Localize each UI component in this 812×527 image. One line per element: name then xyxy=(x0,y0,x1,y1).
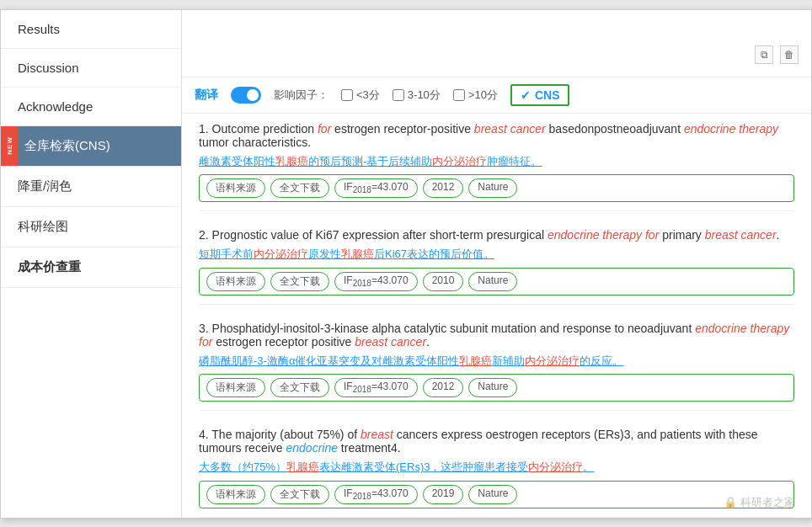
endocrine-therapy-2: endocrine therapy for xyxy=(548,228,659,242)
result-number-1: 1. Outcome prediction for estrogen recep… xyxy=(199,122,794,149)
result-tags-1: 语料来源 全文下载 IF2018=43.070 2012 Nature xyxy=(199,174,794,202)
sidebar-item-results[interactable]: Results xyxy=(1,10,181,49)
result-number-4: 4. The majority (about 75%) of breast ca… xyxy=(199,428,794,455)
tag-if-3: IF2018=43.070 xyxy=(334,378,418,397)
filter-3to10-label: 3-10分 xyxy=(408,88,441,103)
if-label: 影响因子： xyxy=(274,88,329,103)
sidebar-item-label: Results xyxy=(18,22,60,36)
checkbox-3to10[interactable] xyxy=(393,89,404,101)
cns-filter-box[interactable]: ✔ CNS xyxy=(510,84,570,106)
new-badge-text: NEW xyxy=(6,136,13,155)
cn-text-2b: 原发性 xyxy=(308,248,341,260)
toggle-slider xyxy=(231,87,261,104)
result-title-3: Phosphatidyl-inositol-3-kinase alpha cat… xyxy=(199,322,789,349)
cn-red-3b: 内分泌治疗 xyxy=(525,354,580,367)
sidebar-item-label: 成本价查重 xyxy=(18,259,81,274)
sidebar-item-label: 科研绘图 xyxy=(18,219,68,233)
result-num-2: 2. xyxy=(199,228,212,242)
filter-3to10[interactable]: 3-10分 xyxy=(393,88,441,103)
cn-red-2b: 乳腺癌 xyxy=(341,248,374,260)
cn-text-2a: 短期手术前 xyxy=(199,248,254,260)
sidebar-item-label: Acknowledge xyxy=(18,99,93,114)
tag-nature-2: Nature xyxy=(468,272,517,291)
result-num-3: 3. xyxy=(199,322,212,335)
result-item-2: 2. Prognostic value of Ki67 expression a… xyxy=(199,228,794,305)
sidebar-item-label: Discussion xyxy=(18,61,79,75)
checkbox-gt10[interactable] xyxy=(453,89,465,101)
filter-gt10[interactable]: >10分 xyxy=(453,88,498,103)
endocrine-4: endocrine xyxy=(286,441,338,455)
tag-download-1[interactable]: 全文下载 xyxy=(270,178,329,198)
endocrine-therapy-3: endocrine therapy for xyxy=(199,322,789,349)
cn-text-1b: 的预后预测-基于后续辅助 xyxy=(308,155,432,168)
new-badge: NEW xyxy=(1,126,18,166)
cns-checkmark: ✔ xyxy=(521,88,531,102)
cn-text-1a: 雌激素受体阳性 xyxy=(199,155,275,168)
translate-label: 翻译 xyxy=(195,88,218,103)
tag-source-2[interactable]: 语料来源 xyxy=(206,272,265,291)
sidebar-item-recolor[interactable]: 降重/润色 xyxy=(1,167,181,207)
tag-nature-3: Nature xyxy=(468,378,517,397)
filter-gt10-label: >10分 xyxy=(468,88,498,103)
breast-cancer-1: breast cancer xyxy=(474,122,546,136)
result-title-1: Outcome prediction for estrogen receptor… xyxy=(199,122,778,149)
cns-label: CNS xyxy=(535,88,560,102)
result-item-4: 4. The majority (about 75%) of breast ca… xyxy=(199,428,794,518)
tag-download-2[interactable]: 全文下载 xyxy=(270,272,329,291)
breast-cancer-3: breast cancer xyxy=(355,335,426,349)
copy-icon[interactable]: ⧉ xyxy=(755,45,773,64)
tag-year-3: 2012 xyxy=(423,378,464,397)
sidebar-item-acknowledge[interactable]: Acknowledge xyxy=(1,88,181,126)
result-num-4: 4. xyxy=(199,428,211,441)
cn-text-3b: 新辅助 xyxy=(492,354,525,367)
sidebar-item-research-chart[interactable]: 科研绘图 xyxy=(1,207,181,248)
cn-text-3c: 的反应。 xyxy=(580,354,623,367)
tag-source-4[interactable]: 语料来源 xyxy=(206,485,265,504)
tag-if-4: IF2018=43.070 xyxy=(334,485,418,504)
tag-year-4: 2019 xyxy=(423,485,464,504)
search-area: ⧉ 🗑 xyxy=(182,10,811,77)
breast-4: breast xyxy=(361,428,393,441)
cn-red-1b: 内分泌治疗 xyxy=(432,155,487,168)
sidebar-item-discussion[interactable]: Discussion xyxy=(1,49,181,88)
tag-nature-4: Nature xyxy=(468,485,517,504)
checkbox-lt3[interactable] xyxy=(341,89,353,101)
cn-text-4a: 大多数（约75%） xyxy=(199,460,286,473)
tag-if-2: IF2018=43.070 xyxy=(334,272,418,291)
result-item-1: 1. Outcome prediction for estrogen recep… xyxy=(199,122,794,212)
result-cn-3: 磷脂酰肌醇-3-激酶α催化亚基突变及对雌激素受体阳性乳腺癌新辅助内分泌治疗的反应… xyxy=(199,353,794,370)
tag-source-1[interactable]: 语料来源 xyxy=(206,178,265,198)
sidebar: Results Discussion Acknowledge NEW 全库检索(… xyxy=(1,10,182,518)
tag-year-2: 2010 xyxy=(423,272,464,291)
endocrine-therapy-1: endocrine therapy xyxy=(684,122,778,136)
main-content: ⧉ 🗑 翻译 影响因子： <3分 3-10分 >10分 xyxy=(182,10,811,518)
filter-lt3[interactable]: <3分 xyxy=(341,88,380,103)
tag-year-1: 2012 xyxy=(423,178,464,198)
sidebar-item-label: 全库检索(CNS) xyxy=(24,138,110,152)
result-tags-2: 语料来源 全文下载 IF2018=43.070 2010 Nature xyxy=(199,268,794,295)
search-input-row: ⧉ 🗑 xyxy=(195,45,799,68)
tag-download-4[interactable]: 全文下载 xyxy=(270,485,329,504)
result-cn-1: 雌激素受体阳性乳腺癌的预后预测-基于后续辅助内分泌治疗肿瘤特征。 xyxy=(199,153,794,170)
cn-red-1a: 乳腺癌 xyxy=(275,155,308,168)
tag-source-3[interactable]: 语料来源 xyxy=(206,378,265,397)
cn-red-3a: 乳腺癌 xyxy=(459,354,492,367)
filter-lt3-label: <3分 xyxy=(356,88,380,103)
cn-text-4b: 表达雌激素受体(ERs)3，这些肿瘤患者接受 xyxy=(319,460,528,473)
cn-text-4c: 。 xyxy=(583,460,594,473)
result-tags-4: 语料来源 全文下载 IF2018=43.070 2019 Nature xyxy=(199,481,794,508)
results-list: 1. Outcome prediction for estrogen recep… xyxy=(182,114,811,518)
result-tags-3: 语料来源 全文下载 IF2018=43.070 2012 Nature xyxy=(199,374,794,402)
tag-download-3[interactable]: 全文下载 xyxy=(270,378,329,397)
cn-red-4b: 内分泌治疗 xyxy=(528,460,583,473)
result-title-2: Prognostic value of Ki67 expression afte… xyxy=(212,228,780,242)
sidebar-item-cns[interactable]: NEW 全库检索(CNS) xyxy=(1,126,181,167)
result-cn-2: 短期手术前内分泌治疗原发性乳腺癌后Ki67表达的预后价值。 xyxy=(199,246,794,263)
tag-if-1: IF2018=43.070 xyxy=(334,178,418,198)
result-num: 1. xyxy=(199,122,212,136)
cn-text-1c: 肿瘤特征。 xyxy=(487,155,542,168)
cn-red-4a: 乳腺癌 xyxy=(286,460,319,473)
delete-icon[interactable]: 🗑 xyxy=(780,45,799,64)
translate-toggle[interactable] xyxy=(231,87,261,104)
sidebar-item-cost-check[interactable]: 成本价查重 xyxy=(1,248,181,288)
